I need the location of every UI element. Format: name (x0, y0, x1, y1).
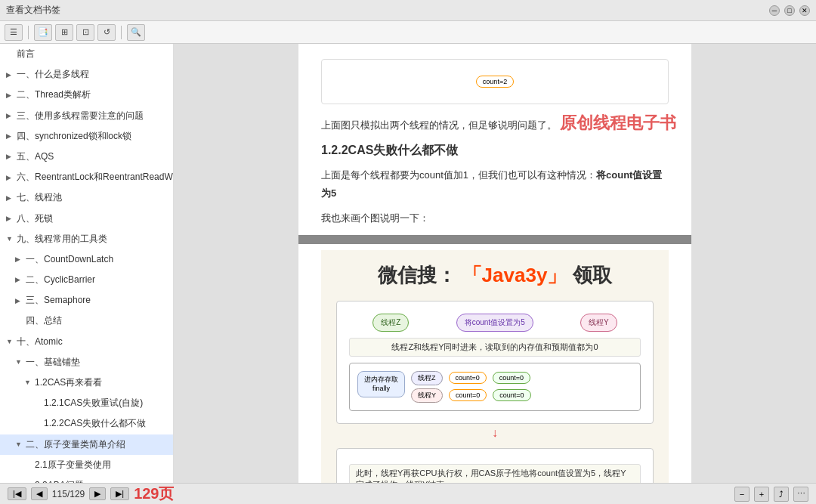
sidebar-label-ch10-2: 二、原子变量类简单介绍 (26, 438, 125, 452)
sidebar-item-ch9-1[interactable]: ▶ 一、CountDownLatch (0, 249, 173, 270)
page-info: 115/129 (52, 489, 85, 499)
page-count-display: 129页 (134, 484, 174, 504)
first-page-btn[interactable]: |◀ (8, 487, 26, 500)
fit-page-btn[interactable]: ⊞ (55, 24, 73, 41)
count-z-mem-1: count=0 (449, 372, 487, 384)
sidebar-label-ch9: 九、线程常用的工具类 (17, 232, 107, 246)
sep1 (28, 26, 29, 39)
fit-width-btn[interactable]: ⊡ (76, 24, 94, 41)
memory-box-1: 进内存存取 finally 线程Z count=0 count=0 线程Y (349, 363, 641, 411)
sidebar-item-ch2[interactable]: ▶ 二、Thread类解析 (0, 85, 173, 105)
thread-y-oval-1: 线程Y (580, 314, 617, 332)
sidebar-item-ch7[interactable]: ▶ 七、线程池 (0, 187, 173, 208)
sidebar-item-ch10[interactable]: ▼ 十、Atomic (0, 332, 173, 352)
sidebar-item-ch8[interactable]: ▶ 八、死锁 (0, 209, 173, 229)
thread-diagram-2: 此时，线程Y再获CPU执行权，用CAS原子性地将count值设置为5，线程Y完成… (336, 448, 654, 483)
sidebar-label-ch9-2: 二、CyclicBarrier (26, 273, 95, 287)
promo-before: 微信搜： (378, 264, 456, 286)
sidebar-item-ch10-2[interactable]: ▼ 二、原子变量类简单介绍 (0, 434, 173, 455)
minimize-btn[interactable]: ─ (769, 5, 780, 16)
last-page-btn[interactable]: ▶| (110, 487, 129, 500)
arrow-ch8: ▶ (6, 213, 14, 224)
window-controls: ─ □ ✕ (769, 5, 810, 16)
sidebar-item-ch10-1-2-1[interactable]: 1.2.1CAS失败重试(自旋) (0, 393, 173, 413)
settings-btn[interactable]: ⋯ (793, 487, 808, 502)
sidebar-label-ch10-1: 一、基础铺垫 (26, 355, 80, 369)
arrow-ch9-2: ▶ (15, 274, 23, 285)
arrow-ch5: ▶ (6, 151, 14, 162)
thread-z-oval-1: 线程Z (372, 314, 409, 332)
sidebar-label-ch10-1-2: 1.2CAS再来看看 (35, 376, 102, 390)
sidebar-item-ch10-2-1[interactable]: 2.1原子变量类使用 (0, 455, 173, 475)
search-btn[interactable]: 🔍 (127, 24, 145, 41)
sidebar-item-ch6[interactable]: ▶ 六、ReentrantLock和ReentrantReadW... (0, 167, 173, 187)
share-btn[interactable]: ⤴ (774, 487, 789, 502)
count-z-expect-1: count=0 (493, 372, 530, 384)
page-divider (298, 235, 691, 244)
sidebar-label-ch6: 六、ReentrantLock和ReentrantReadW... (17, 170, 173, 184)
sidebar-label-ch2: 二、Thread类解析 (17, 88, 91, 102)
thread-diagram-1: 线程Z 将count值设置为5 线程Y 线程Z和线程Y同时进来，读取到的内存值和… (336, 301, 654, 424)
diagram-box-top: count=2 (321, 59, 669, 104)
zoom-in-btn[interactable]: + (754, 487, 769, 502)
arrow-ch1: ▶ (6, 70, 14, 80)
sidebar-item-ch9-3[interactable]: ▶ 三、Semaphore (0, 290, 173, 311)
bottom-nav: |◀ ◀ 115/129 ▶ ▶| 129页 (8, 484, 175, 504)
watermark-text: 原创线程电子书 (560, 112, 676, 135)
bookmark-btn[interactable]: 📑 (34, 24, 52, 41)
sidebar-label-ch10: 十、Atomic (17, 335, 63, 349)
count-oval-top: count=2 (476, 76, 514, 88)
sidebar-item-ch4[interactable]: ▶ 四、synchronized锁和lock锁 (0, 126, 173, 147)
count-y-expect-1: count=0 (493, 389, 530, 401)
prev-page-btn[interactable]: ◀ (31, 487, 48, 500)
promo-highlight: 「Java3y」 (462, 264, 567, 286)
sidebar-item-ch10-1-2-2[interactable]: 1.2.2CAS失败什么都不做 (0, 413, 173, 434)
section-desc2: 我也来画个图说明一下： (321, 209, 669, 227)
arrow-ch3: ▶ (6, 110, 14, 121)
arrow-ch9-3: ▶ (15, 295, 23, 306)
sidebar-label-ch8: 八、死锁 (17, 212, 53, 226)
sidebar-item-preface[interactable]: 前言 (0, 44, 173, 64)
sidebar-label-ch10-1-2-1: 1.2.1CAS失败重试(自旋) (44, 396, 143, 410)
sidebar-item-ch10-1-2[interactable]: ▼ 1.2CAS再来看看 (0, 373, 173, 393)
sidebar-item-ch10-2-2[interactable]: 2.2ABA问题 (0, 475, 173, 483)
bottom-bar: |◀ ◀ 115/129 ▶ ▶| 129页 − + ⤴ ⋯ (0, 483, 816, 504)
sidebar-label-ch9-4: 四、总结 (26, 314, 62, 328)
sidebar-item-ch9-2[interactable]: ▶ 二、CyclicBarrier (0, 270, 173, 290)
sidebar-item-ch9[interactable]: ▼ 九、线程常用的工具类 (0, 229, 173, 249)
sidebar-item-ch3[interactable]: ▶ 三、使用多线程需要注意的问题 (0, 106, 173, 126)
thread-z-mem-label: 线程Z (411, 371, 443, 385)
memory-label: 进内存存取 finally (357, 371, 405, 397)
count-y-mem-1: count=0 (449, 389, 487, 401)
zoom-out-btn[interactable]: − (734, 487, 750, 502)
arrow-ch6: ▶ (6, 172, 14, 183)
promo-title: 微信搜： 「Java3y」 领取 (336, 262, 654, 289)
arrow-ch10: ▼ (6, 336, 14, 347)
bottom-right-controls: − + ⤴ ⋯ (734, 487, 808, 502)
page-count-number: 129页 (134, 485, 174, 502)
arrow-down-1: ↓ (336, 427, 654, 439)
promo-banner: 微信搜： 「Java3y」 领取 线程Z 将count值设置为5 (321, 250, 669, 483)
arrow-ch10-1-2: ▼ (24, 377, 32, 388)
thread-y-mem-label: 线程Y (411, 388, 443, 403)
total-pages: 129 (70, 489, 85, 499)
content-area: count=2 上面图只模拟出两个线程的情况，但足够说明问题了。 1.2.2CA… (174, 44, 816, 483)
sidebar[interactable]: 前言 ▶ 一、什么是多线程 ▶ 二、Thread类解析 ▶ 三、使用多线程需要注… (0, 44, 174, 483)
top-bar: 查看文档书签 ─ □ ✕ (0, 0, 816, 21)
menu-btn[interactable]: ☰ (5, 24, 23, 41)
next-page-btn[interactable]: ▶ (89, 487, 106, 500)
sep2 (121, 26, 122, 39)
maximize-btn[interactable]: □ (784, 5, 795, 16)
sidebar-item-ch10-1[interactable]: ▼ 一、基础铺垫 (0, 352, 173, 373)
sidebar-item-ch5[interactable]: ▶ 五、AQS (0, 147, 173, 167)
sidebar-item-ch1[interactable]: ▶ 一、什么是多线程 (0, 64, 173, 85)
sidebar-item-ch9-4[interactable]: 四、总结 (0, 311, 173, 331)
promo-after: 领取 (573, 264, 612, 286)
rotate-left-btn[interactable]: ↺ (97, 24, 116, 41)
current-page: 115 (52, 489, 67, 499)
arrow-ch10-2: ▼ (15, 439, 23, 450)
window-title: 查看文档书签 (6, 4, 60, 17)
page-container: count=2 上面图只模拟出两个线程的情况，但足够说明问题了。 1.2.2CA… (298, 44, 691, 483)
sidebar-label-ch9-1: 一、CountDownLatch (26, 252, 113, 267)
close-btn[interactable]: ✕ (799, 5, 810, 16)
